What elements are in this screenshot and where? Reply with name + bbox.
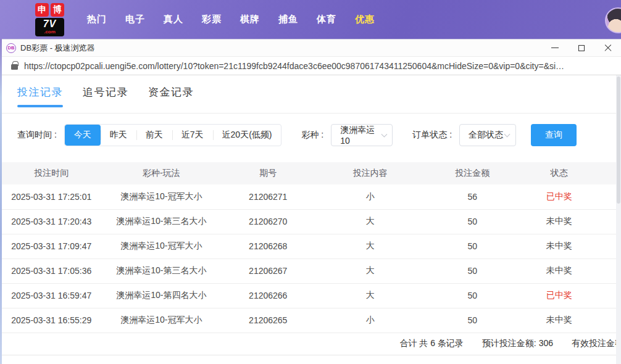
chevron-down-icon xyxy=(504,131,511,137)
status-filter-label: 订单状态 : xyxy=(412,130,452,141)
status-select-value: 全部状态 xyxy=(469,130,503,141)
status-badge: 未中奖 xyxy=(519,234,599,259)
active-tab-underline xyxy=(17,105,63,107)
user-avatar[interactable] xyxy=(605,7,621,33)
url-text: https://ctopcp02pcali.uengi5e.com/lotter… xyxy=(24,61,564,71)
window-controls xyxy=(541,39,621,56)
time-filter-group: 今天 昨天 前天 近7天 近20天(低频) xyxy=(64,124,282,146)
query-button[interactable]: 查询 xyxy=(531,124,577,146)
logo-main: 7V .com xyxy=(35,18,64,36)
table-row: 2025-03-31 17:05:36 澳洲幸运10-第三名大小 2120626… xyxy=(2,259,621,283)
minimize-button[interactable] xyxy=(541,39,568,56)
scrollbar-thumb[interactable] xyxy=(617,77,620,204)
lottery-filter-label: 彩种 : xyxy=(301,130,323,141)
table-summary: 合计 共 6 条记录 预计投注金额: 306 有效投注金额 xyxy=(2,333,621,355)
table-row: 2025-03-31 16:59:47 澳洲幸运10-第四名大小 2120626… xyxy=(2,283,621,308)
time-option-day-before[interactable]: 前天 xyxy=(136,125,172,146)
summary-expected-amount: 预计投注金额: 306 xyxy=(482,338,553,349)
vertical-scrollbar[interactable] xyxy=(616,75,621,364)
summary-valid-amount: 有效投注金额 xyxy=(572,338,621,349)
nav-item-slots[interactable]: 电子 xyxy=(116,7,154,31)
nav-item-lottery[interactable]: 彩票 xyxy=(193,7,231,31)
lottery-select[interactable]: 澳洲幸运10 xyxy=(331,124,393,146)
site-banner: 申 博 7V .com 热门 电子 真人 彩票 棋牌 捕鱼 体育 优惠 xyxy=(0,0,621,39)
tab-fund-records[interactable]: 资金记录 xyxy=(148,85,194,113)
status-badge: 未中奖 xyxy=(519,308,599,333)
header-bet-time: 投注时间 xyxy=(2,162,101,184)
maximize-button[interactable] xyxy=(568,39,594,56)
time-option-yesterday[interactable]: 昨天 xyxy=(101,125,136,146)
time-option-7days[interactable]: 近7天 xyxy=(172,125,213,146)
filter-bar: 查询时间 : 今天 昨天 前天 近7天 近20天(低频) 彩种 : 澳洲幸运10… xyxy=(2,124,621,146)
tab-bet-records[interactable]: 投注记录 xyxy=(17,85,63,113)
lottery-select-value: 澳洲幸运10 xyxy=(340,125,381,146)
minimize-icon xyxy=(551,48,559,49)
summary-total-records: 合计 共 6 条记录 xyxy=(399,338,463,349)
table-row: 2025-03-31 17:20:43 澳洲幸运10-第三名大小 2120627… xyxy=(2,209,621,234)
table-row: 2025-03-31 17:25:01 澳洲幸运10-冠军大小 21206271… xyxy=(2,184,621,209)
header-bet-amount: 投注金额 xyxy=(426,162,519,184)
logo-badge-left: 申 xyxy=(35,3,49,17)
header-status: 状态 xyxy=(519,162,599,184)
status-badge: 已中奖 xyxy=(519,283,599,308)
window-left-frame xyxy=(0,39,2,364)
header-game-play: 彩种-玩法 xyxy=(101,162,222,184)
table-row: 2025-03-31 17:09:47 澳洲幸运10-冠军大小 21206268… xyxy=(2,234,621,259)
page-content: 投注记录 追号记录 资金记录 查询时间 : 今天 昨天 前天 近7天 近20天(… xyxy=(0,75,621,364)
site-logo[interactable]: 申 博 7V .com xyxy=(35,3,64,36)
close-button[interactable] xyxy=(594,39,621,56)
status-badge: 未中奖 xyxy=(519,209,599,234)
nav-item-live[interactable]: 真人 xyxy=(154,7,193,31)
address-bar[interactable]: https://ctopcp02pcali.uengi5e.com/lotter… xyxy=(0,57,621,75)
lock-icon xyxy=(11,64,18,70)
nav-item-fishing[interactable]: 捕鱼 xyxy=(269,7,307,31)
header-issue: 期号 xyxy=(222,162,314,184)
nav-item-sports[interactable]: 体育 xyxy=(307,7,346,31)
status-badge: 已中奖 xyxy=(519,184,599,209)
table-header-row: 投注时间 彩种-玩法 期号 投注内容 投注金额 状态 xyxy=(2,162,621,184)
time-option-today[interactable]: 今天 xyxy=(65,125,101,146)
bet-records-table: 投注时间 彩种-玩法 期号 投注内容 投注金额 状态 2025-03-31 17… xyxy=(2,162,621,333)
table-row: 2025-03-31 16:55:29 澳洲幸运10-冠军大小 21206265… xyxy=(2,308,621,333)
maximize-icon xyxy=(578,45,585,51)
tab-chase-records[interactable]: 追号记录 xyxy=(83,85,128,113)
nav-item-hot[interactable]: 热门 xyxy=(78,7,116,31)
window-title: DB彩票 - 极速浏览器 xyxy=(20,43,95,54)
time-option-20days[interactable]: 近20天(低频) xyxy=(213,125,281,146)
time-filter-label: 查询时间 : xyxy=(17,130,57,141)
main-nav: 热门 电子 真人 彩票 棋牌 捕鱼 体育 优惠 xyxy=(78,7,384,31)
order-status-select[interactable]: 全部状态 xyxy=(459,124,516,146)
record-tabs: 投注记录 追号记录 资金记录 xyxy=(2,75,621,114)
nav-item-promo[interactable]: 优惠 xyxy=(346,7,384,31)
nav-item-board[interactable]: 棋牌 xyxy=(231,7,269,31)
status-badge: 未中奖 xyxy=(519,259,599,283)
logo-badge-right: 博 xyxy=(51,3,64,17)
close-icon xyxy=(604,44,612,52)
browser-favicon: DB xyxy=(6,43,16,53)
browser-titlebar: DB DB彩票 - 极速浏览器 xyxy=(0,39,621,57)
header-bet-content: 投注内容 xyxy=(314,162,426,184)
